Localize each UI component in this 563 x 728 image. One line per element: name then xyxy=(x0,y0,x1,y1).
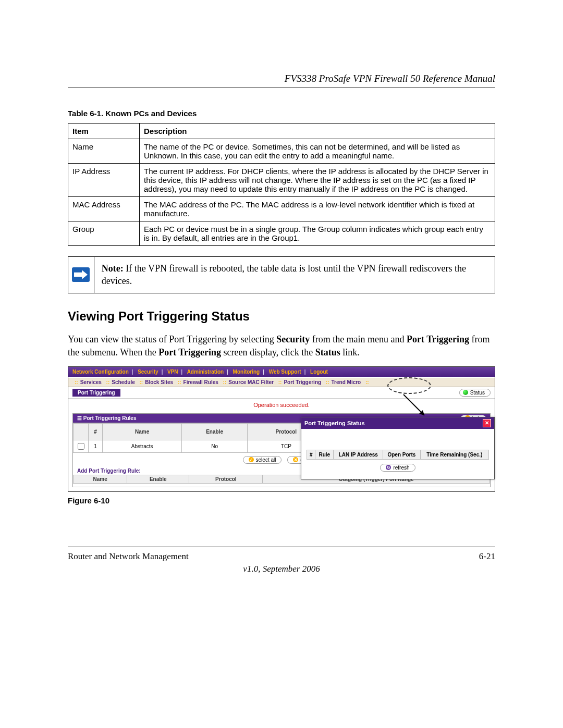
nav-item[interactable]: Network Configuration xyxy=(72,369,129,375)
arrow-right-icon xyxy=(72,267,90,282)
subnav-item[interactable]: Services xyxy=(80,379,102,385)
figure-caption: Figure 6-10 xyxy=(68,496,495,505)
subnav-item[interactable]: Schedule xyxy=(112,379,134,385)
nav-item[interactable]: Logout xyxy=(310,369,328,375)
section-heading: Viewing Port Triggering Status xyxy=(68,309,495,324)
close-icon[interactable]: ✕ xyxy=(483,419,491,427)
page-title: Port Triggering xyxy=(72,389,120,397)
subnav-item[interactable]: Port Triggering xyxy=(284,379,321,385)
refresh-icon: ↻ xyxy=(386,465,391,470)
status-popup: Port Triggering Status ✕ # Rule LAN IP A… xyxy=(301,417,495,479)
table-row: Name The name of the PC or device. Somet… xyxy=(68,139,495,164)
nav-item[interactable]: Monitoring xyxy=(233,369,260,375)
known-pcs-table: Item Description Name The name of the PC… xyxy=(68,123,495,246)
table-caption: Table 6-1. Known PCs and Devices xyxy=(68,109,495,118)
manual-title: FVS338 ProSafe VPN Firewall 50 Reference… xyxy=(68,73,495,88)
subnav-item[interactable]: Firewall Rules xyxy=(183,379,218,385)
table-row: IP Address The current IP address. For D… xyxy=(68,164,495,197)
body-paragraph: You can view the status of Port Triggeri… xyxy=(68,333,495,359)
table-row: Group Each PC or device must be in a sin… xyxy=(68,221,495,246)
popup-title: Port Triggering Status xyxy=(304,420,365,426)
subnav-item[interactable]: Trend Micro xyxy=(332,379,361,385)
operation-message: Operation succeeded. xyxy=(68,399,495,411)
sub-menu: ::Services ::Schedule ::Block Sites ::Fi… xyxy=(68,378,495,387)
status-link[interactable]: Status xyxy=(459,389,491,397)
page-footer: Router and Network Management 6-21 xyxy=(68,547,495,562)
x-icon: ✕ xyxy=(293,457,298,462)
note-box: Note: If the VPN firewall is rebooted, t… xyxy=(68,256,495,293)
th-description: Description xyxy=(140,124,495,139)
refresh-button[interactable]: ↻ refresh xyxy=(380,464,415,472)
version-text: v1.0, September 2006 xyxy=(68,564,495,574)
main-menu: Network Configuration| Security| VPN| Ad… xyxy=(68,367,495,378)
check-icon: ✓ xyxy=(249,457,254,462)
table-row: MAC Address The MAC address of the PC. T… xyxy=(68,197,495,221)
th-item: Item xyxy=(68,124,140,139)
nav-item[interactable]: Web Support xyxy=(269,369,301,375)
select-all-button[interactable]: ✓ select all xyxy=(243,456,282,464)
nav-item[interactable]: Security xyxy=(138,369,158,375)
row-checkbox[interactable] xyxy=(78,443,84,450)
status-dot-icon xyxy=(463,390,468,395)
nav-item[interactable]: VPN xyxy=(167,369,178,375)
screenshot-figure: Network Configuration| Security| VPN| Ad… xyxy=(68,366,495,492)
nav-item[interactable]: Administration xyxy=(187,369,224,375)
status-table: # Rule LAN IP Address Open Ports Time Re… xyxy=(307,450,489,460)
subnav-item[interactable]: Block Sites xyxy=(145,379,173,385)
subnav-item[interactable]: Source MAC Filter xyxy=(228,379,274,385)
